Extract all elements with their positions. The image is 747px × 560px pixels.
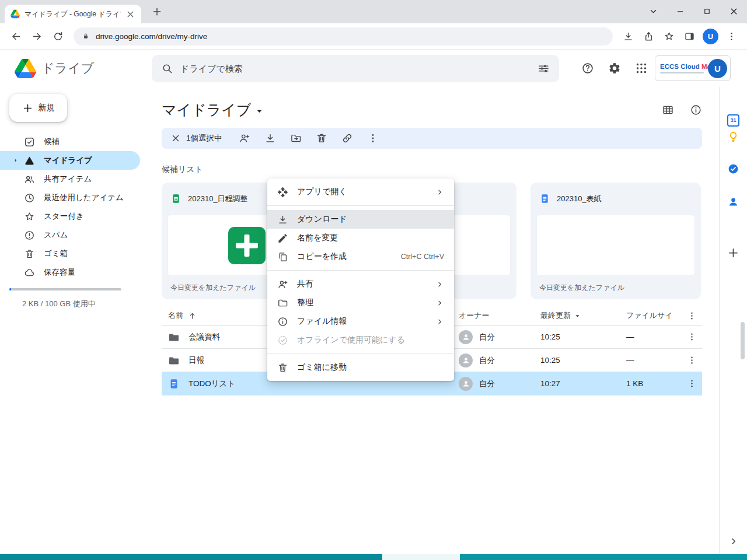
calendar-icon[interactable]: 31: [727, 114, 740, 127]
row-modified-cell: 10:25: [536, 356, 622, 365]
column-header-owner[interactable]: オーナー: [454, 310, 536, 321]
spam-alert-icon: [24, 230, 35, 241]
open-with-icon: [277, 187, 288, 198]
menu-item-offline-disabled: オフラインで使用可能にする: [267, 331, 454, 349]
search-icon[interactable]: [161, 62, 173, 75]
browser-menu-icon[interactable]: [722, 27, 741, 46]
forward-button[interactable]: [27, 26, 47, 46]
menu-item-rename[interactable]: 名前を変更: [267, 229, 454, 247]
sidebar-item-starred[interactable]: スター付き: [0, 207, 140, 226]
row-more-button[interactable]: [681, 379, 702, 388]
browser-profile-avatar[interactable]: U: [703, 29, 718, 44]
more-vertical-icon[interactable]: [367, 132, 379, 144]
settings-gear-icon[interactable]: [608, 62, 621, 75]
sidebar-item-label: 保存容量: [44, 267, 75, 278]
menu-item-label: 共有: [297, 279, 427, 289]
tasks-check-icon[interactable]: [727, 162, 740, 175]
clear-selection-button[interactable]: [167, 130, 184, 146]
storage-cloud-icon: [24, 267, 35, 278]
sidebar-item-storage[interactable]: 保存容量: [0, 263, 140, 282]
window-minimize-button[interactable]: [666, 0, 693, 22]
move-folder-icon[interactable]: [290, 132, 302, 144]
sheets-file-icon: [170, 193, 181, 204]
column-header-size[interactable]: ファイルサイ: [622, 310, 681, 321]
scrollbar-thumb[interactable]: [741, 322, 745, 359]
drive-logo-icon: [15, 59, 36, 78]
tab-search-chevron-icon[interactable]: [640, 0, 666, 22]
grid-view-icon[interactable]: [662, 104, 674, 116]
drive-search-bar[interactable]: [152, 55, 559, 82]
row-more-button[interactable]: [681, 355, 702, 365]
menu-item-move-to-trash[interactable]: ゴミ箱に移動: [267, 358, 454, 377]
search-input[interactable]: [180, 64, 530, 74]
menu-item-download[interactable]: ダウンロード: [267, 210, 454, 229]
sidebar-item-label: マイドライブ: [44, 155, 92, 166]
reload-button[interactable]: [48, 26, 68, 46]
page-title[interactable]: マイドライブ: [162, 100, 265, 120]
expand-caret-icon[interactable]: [12, 157, 19, 164]
window-maximize-button[interactable]: [693, 0, 720, 22]
submenu-arrow-icon: [435, 317, 444, 326]
owner-name: 自分: [479, 355, 495, 366]
details-info-icon[interactable]: [690, 104, 702, 116]
browser-toolbar: drive.google.com/drive/my-drive U: [0, 23, 747, 50]
owner-avatar: [459, 377, 473, 391]
search-options-tune-icon[interactable]: [537, 62, 550, 75]
menu-item-label: ゴミ箱に移動: [297, 362, 444, 373]
bookmark-star-icon[interactable]: [659, 27, 679, 46]
menu-item-file-info[interactable]: ファイル情報: [267, 312, 454, 331]
download-tray-icon[interactable]: [619, 27, 638, 46]
help-icon[interactable]: [581, 62, 594, 75]
account-badge[interactable]: ECCS Cloud Mail U: [655, 55, 731, 81]
caret-down-icon[interactable]: [254, 106, 265, 117]
starred-star-icon: [24, 211, 35, 222]
copy-link-icon[interactable]: [341, 132, 353, 144]
row-owner-cell: 自分: [454, 377, 536, 391]
menu-item-make-copy[interactable]: コピーを作成 Ctrl+C Ctrl+V: [267, 247, 454, 266]
suggestion-card-docs[interactable]: 202310_表紙 今日変更を加えたファイル: [530, 183, 701, 299]
sidebar-item-suggestions[interactable]: 候補: [0, 132, 140, 151]
card-preview: [536, 215, 695, 276]
trash-icon[interactable]: [316, 132, 327, 144]
address-bar[interactable]: drive.google.com/drive/my-drive: [74, 27, 613, 46]
sidebar-item-shared[interactable]: 共有アイテム: [0, 170, 140, 188]
menu-item-organize[interactable]: 整理: [267, 293, 454, 312]
keep-bulb-icon[interactable]: [727, 130, 740, 143]
sidebar-item-my-drive[interactable]: マイドライブ: [0, 151, 140, 170]
menu-item-label: ファイル情報: [297, 316, 427, 327]
sidebar-item-recent[interactable]: 最近使用したアイテム: [0, 188, 140, 207]
context-menu: アプリで開く ダウンロード 名前を変更 コピーを作成 Ctrl+C Ctrl+V…: [267, 178, 454, 381]
column-settings-menu[interactable]: [681, 311, 702, 321]
menu-item-share[interactable]: 共有: [267, 275, 454, 293]
google-apps-grid-icon[interactable]: [635, 62, 648, 75]
more-vertical-icon: [687, 311, 697, 321]
browser-tab[interactable]: マイドライブ - Google ドライブ: [5, 5, 141, 23]
submenu-arrow-icon: [435, 188, 444, 197]
get-addons-plus-icon[interactable]: [727, 246, 740, 259]
lock-icon[interactable]: [82, 32, 90, 40]
account-avatar[interactable]: U: [708, 59, 727, 78]
share-person-add-icon[interactable]: [239, 132, 250, 144]
side-panel-icon[interactable]: [680, 27, 699, 46]
browser-tab-strip: マイドライブ - Google ドライブ: [0, 0, 747, 23]
collapse-panel-chevron-icon[interactable]: [727, 535, 740, 548]
contacts-person-icon[interactable]: [727, 195, 740, 208]
trash-icon: [277, 362, 288, 373]
window-close-button[interactable]: [720, 0, 747, 22]
sidebar-item-trash[interactable]: ゴミ箱: [0, 244, 140, 263]
caret-down-icon[interactable]: [573, 312, 582, 320]
new-tab-button[interactable]: [152, 6, 162, 17]
new-button[interactable]: 新規: [9, 94, 67, 122]
back-button[interactable]: [6, 26, 26, 46]
download-icon[interactable]: [264, 132, 276, 144]
tab-close-icon[interactable]: [125, 9, 135, 19]
row-more-button[interactable]: [681, 332, 702, 342]
menu-item-open-with[interactable]: アプリで開く: [267, 183, 454, 201]
drive-brand[interactable]: ドライブ: [0, 59, 137, 78]
menu-divider: [267, 205, 454, 206]
column-header-modified[interactable]: 最終更新: [536, 310, 622, 321]
sort-ascending-arrow-icon[interactable]: [188, 312, 197, 320]
share-icon[interactable]: [639, 27, 658, 46]
sidebar-item-spam[interactable]: スパム: [0, 226, 140, 244]
more-vertical-icon: [687, 379, 697, 388]
